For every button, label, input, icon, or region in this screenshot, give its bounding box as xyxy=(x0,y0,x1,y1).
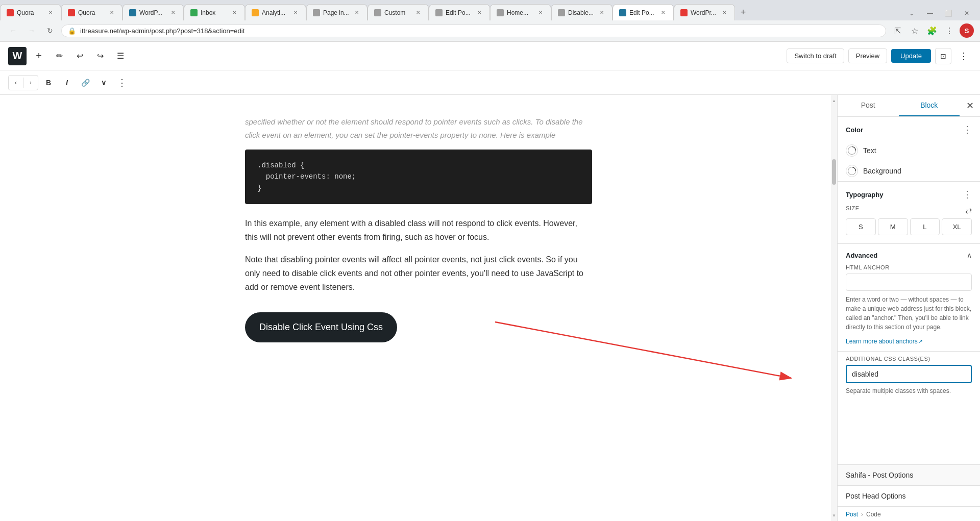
additional-css-input[interactable] xyxy=(846,365,972,383)
new-tab-button[interactable]: + xyxy=(735,4,751,20)
tab-close-wp2[interactable]: ✕ xyxy=(720,9,728,17)
forward-button[interactable]: → xyxy=(24,23,39,38)
tab-quora1[interactable]: Quora ✕ xyxy=(0,4,61,20)
update-button[interactable]: Update xyxy=(891,49,931,63)
maximize-button[interactable]: ⬜ xyxy=(941,6,955,20)
block-nav-prev[interactable]: ‹ xyxy=(9,76,23,90)
wp-logo[interactable]: W xyxy=(8,47,27,65)
tab-inbox[interactable]: Inbox ✕ xyxy=(184,4,245,20)
post-head-options[interactable]: Post Head Options xyxy=(838,485,980,506)
editor-content[interactable]: specified whether or not the element sho… xyxy=(0,95,837,521)
code-block[interactable]: .disabled { pointer-events: none;} xyxy=(245,150,592,204)
switch-to-draft-button[interactable]: Switch to draft xyxy=(787,48,844,63)
redo-button[interactable]: ↪ xyxy=(92,48,108,64)
code-text: .disabled { pointer-events: none;} xyxy=(257,161,356,192)
tab-block[interactable]: Block xyxy=(899,95,960,116)
profile-icon[interactable]: S xyxy=(960,23,974,38)
size-l-button[interactable]: L xyxy=(910,218,940,235)
tab-close-editpo2[interactable]: ✕ xyxy=(659,9,667,17)
scroll-down[interactable]: ▼ xyxy=(832,514,836,518)
extensions-icon[interactable]: 🧩 xyxy=(925,23,939,38)
tab-pagein[interactable]: Page in... ✕ xyxy=(306,4,368,20)
post-head-options-label: Post Head Options xyxy=(846,492,906,500)
color-section: Color ⋮ Text xyxy=(838,117,980,181)
tab-favicon-inbox xyxy=(190,9,198,16)
sidebar-close-button[interactable]: ✕ xyxy=(960,95,980,116)
tab-analytics[interactable]: Analyti... ✕ xyxy=(245,4,306,20)
size-s-button[interactable]: S xyxy=(846,218,876,235)
scroll-track[interactable]: ▲ ▼ xyxy=(831,95,837,521)
demo-button[interactable]: Disable Click Event Using Css xyxy=(245,312,397,342)
typography-header: Typography ⋮ xyxy=(838,182,980,205)
text-color-label: Text xyxy=(863,146,876,155)
tab-custom[interactable]: Custom ✕ xyxy=(368,4,429,20)
tab-close-inbox[interactable]: ✕ xyxy=(230,9,238,17)
color-section-more[interactable]: ⋮ xyxy=(963,124,972,135)
tab-close-home[interactable]: ✕ xyxy=(536,9,545,17)
html-anchor-input[interactable] xyxy=(846,274,972,291)
link-button[interactable]: 🔗 xyxy=(77,75,93,91)
sahifa-post-options[interactable]: Sahifa - Post Options xyxy=(838,464,980,485)
text-color-row: Text xyxy=(838,140,980,161)
tab-close-editpo1[interactable]: ✕ xyxy=(475,9,483,17)
more-options-button[interactable]: ⋮ xyxy=(114,75,130,91)
typography-section: Typography ⋮ SIZE ⇄ S M L XL xyxy=(838,181,980,243)
format-dropdown[interactable]: ∨ xyxy=(95,75,112,91)
tab-home[interactable]: Home... ✕ xyxy=(490,4,551,20)
add-block-button[interactable]: + xyxy=(31,48,47,64)
tab-close-wp1[interactable]: ✕ xyxy=(169,9,177,17)
tab-wordpress2[interactable]: WordPr... ✕ xyxy=(674,4,735,20)
breadcrumb-post[interactable]: Post xyxy=(846,511,858,518)
reload-button[interactable]: ↻ xyxy=(43,23,57,38)
content-area: specified whether or not the element sho… xyxy=(245,115,592,351)
breadcrumb-separator: › xyxy=(861,511,863,518)
italic-button[interactable]: I xyxy=(59,75,75,91)
intro-paragraph: specified whether or not the element sho… xyxy=(245,115,592,141)
tab-close-quora2[interactable]: ✕ xyxy=(108,9,116,17)
size-m-button[interactable]: M xyxy=(878,218,908,235)
size-xl-button[interactable]: XL xyxy=(942,218,972,235)
tab-favicon-disable xyxy=(558,9,565,16)
bold-button[interactable]: B xyxy=(40,75,57,91)
undo-button[interactable]: ↩ xyxy=(71,48,88,64)
tab-label-editpo1: Edit Po... xyxy=(446,9,472,16)
tab-favicon-home xyxy=(497,9,504,16)
tab-close-disable[interactable]: ✕ xyxy=(598,9,606,17)
tab-close-custom[interactable]: ✕ xyxy=(414,9,422,17)
learn-more-anchor-link[interactable]: Learn more about anchors↗ xyxy=(838,338,980,351)
tab-bar: Quora ✕ Quora ✕ WordP... ✕ Inbox ✕ Analy… xyxy=(0,0,980,20)
url-bar[interactable]: 🔒 ittreasure.net/wp-admin/post.php?post=… xyxy=(61,24,886,37)
tab-quora2[interactable]: Quora ✕ xyxy=(61,4,122,20)
size-reset-icon[interactable]: ⇄ xyxy=(965,206,972,215)
tab-editpo2[interactable]: Edit Po... ✕ xyxy=(612,4,674,20)
text-color-picker[interactable] xyxy=(846,144,858,157)
tab-close-analytics[interactable]: ✕ xyxy=(291,9,300,17)
scroll-thumb[interactable] xyxy=(832,159,836,185)
demo-button-text: Disable Click Event Using Css xyxy=(259,319,383,335)
tab-close-quora1[interactable]: ✕ xyxy=(46,9,55,17)
block-nav-next[interactable]: › xyxy=(23,76,38,90)
tab-post[interactable]: Post xyxy=(838,95,899,116)
editor-more-button[interactable]: ⋮ xyxy=(955,48,972,64)
sidebar-body[interactable]: Color ⋮ Text xyxy=(838,117,980,464)
typography-more[interactable]: ⋮ xyxy=(963,189,972,200)
close-window-button[interactable]: ✕ xyxy=(960,6,974,20)
editor-main: specified whether or not the element sho… xyxy=(0,95,980,521)
cast-icon[interactable]: ⇱ xyxy=(890,23,904,38)
minimize-button[interactable]: — xyxy=(923,6,937,20)
advanced-header[interactable]: Advanced ∧ xyxy=(838,244,980,264)
list-view-button[interactable]: ☰ xyxy=(112,48,129,64)
tab-wordpress1[interactable]: WordP... ✕ xyxy=(122,4,184,20)
bookmark-icon[interactable]: ☆ xyxy=(908,23,922,38)
view-toggle-button[interactable]: ⊡ xyxy=(935,48,951,64)
settings-icon[interactable]: ⋮ xyxy=(942,23,957,38)
tab-disable[interactable]: Disable... ✕ xyxy=(551,4,612,20)
scroll-up[interactable]: ▲ xyxy=(832,99,836,103)
background-color-picker[interactable] xyxy=(846,165,858,177)
tools-button[interactable]: ✏ xyxy=(51,48,67,64)
tab-list-button[interactable]: ⌄ xyxy=(904,6,919,20)
back-button[interactable]: ← xyxy=(6,23,20,38)
tab-close-pagein[interactable]: ✕ xyxy=(353,9,361,17)
preview-button[interactable]: Preview xyxy=(848,48,887,63)
tab-editpo1[interactable]: Edit Po... ✕ xyxy=(429,4,490,20)
